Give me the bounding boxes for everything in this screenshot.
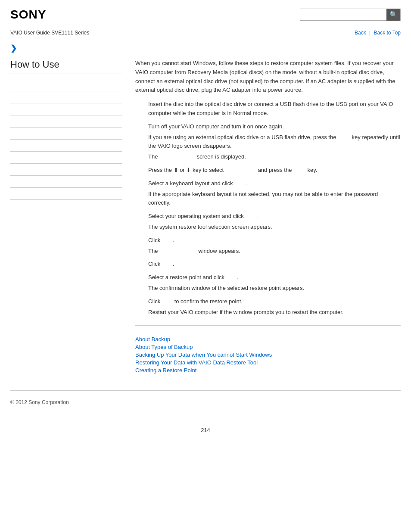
step-6-text2: The window appears.	[148, 247, 401, 256]
step-1: Insert the disc into the optical disc dr…	[148, 100, 401, 118]
step-9-text2: Restart your VAIO computer if the window…	[148, 308, 401, 317]
step-7-text: Click .	[148, 260, 401, 269]
step-8-text2: The confirmation window of the selected …	[148, 284, 401, 293]
search-box: 🔍	[300, 9, 401, 21]
step-4: Select a keyboard layout and click . If …	[148, 179, 401, 208]
sidebar-title: How to Use	[10, 59, 122, 74]
main-content: When you cannot start Windows, follow th…	[131, 55, 401, 382]
sidebar-item[interactable]	[10, 188, 122, 200]
step-8: Select a restore point and click . The c…	[148, 273, 401, 293]
related-links: About Backup About Types of Backup Backi…	[135, 334, 401, 382]
step-3-text: Press the ⬆ or ⬇ key to select and press…	[148, 166, 401, 175]
step-5-text: Select your operating system and click .	[148, 212, 401, 221]
search-input[interactable]	[300, 12, 386, 18]
sidebar-item[interactable]	[10, 103, 122, 115]
breadcrumb-row: ❯	[0, 39, 411, 55]
step-7: Click .	[148, 260, 401, 269]
page-header: SONY 🔍	[0, 0, 411, 26]
section-divider	[135, 325, 401, 326]
sidebar-item[interactable]	[10, 140, 122, 152]
step-2-text3: The screen is displayed.	[148, 152, 401, 162]
guide-title: VAIO User Guide SVE1111 Series	[10, 30, 89, 36]
search-icon: 🔍	[389, 11, 398, 19]
related-link-types-of-backup[interactable]: About Types of Backup	[135, 344, 401, 350]
step-5-text2: The system restore tool selection screen…	[148, 223, 401, 232]
sidebar-item[interactable]	[10, 79, 122, 91]
step-2-text: Turn off your VAIO computer and turn it …	[148, 122, 401, 131]
page-number: 214	[0, 418, 411, 438]
sidebar-item[interactable]	[10, 164, 122, 176]
footer-divider	[10, 390, 401, 391]
step-2-text2: If you are using an external optical dis…	[148, 133, 401, 151]
main-layout: How to Use When you cannot start Windows…	[0, 55, 411, 382]
step-3: Press the ⬆ or ⬇ key to select and press…	[148, 166, 401, 175]
sub-header: VAIO User Guide SVE1111 Series Back | Ba…	[0, 26, 411, 39]
related-link-restoring[interactable]: Restoring Your Data with VAIO Data Resto…	[135, 359, 401, 366]
step-6: Click . The window appears.	[148, 236, 401, 256]
step-6-text: Click .	[148, 236, 401, 245]
sidebar: How to Use	[10, 55, 131, 382]
related-link-backing-up[interactable]: Backing Up Your Data when You cannot Sta…	[135, 352, 401, 358]
sony-logo: SONY	[10, 8, 46, 22]
sidebar-item[interactable]	[10, 128, 122, 140]
step-8-text: Select a restore point and click .	[148, 273, 401, 282]
step-5: Select your operating system and click .…	[148, 212, 401, 232]
step-4-text: Select a keyboard layout and click .	[148, 179, 401, 188]
step-4-text2: If the appropriate keyboard layout is no…	[148, 190, 401, 208]
nav-links: Back | Back to Top	[355, 30, 401, 36]
chevron-icon[interactable]: ❯	[10, 44, 17, 53]
separator: |	[369, 30, 371, 36]
back-to-top-link[interactable]: Back to Top	[374, 30, 401, 36]
step-2: Turn off your VAIO computer and turn it …	[148, 122, 401, 162]
search-button[interactable]: 🔍	[386, 9, 400, 21]
sidebar-item[interactable]	[10, 152, 122, 164]
intro-paragraph: When you cannot start Windows, follow th…	[135, 59, 401, 95]
related-link-about-backup[interactable]: About Backup	[135, 336, 401, 342]
related-link-restore-point[interactable]: Creating a Restore Point	[135, 367, 401, 373]
sidebar-item[interactable]	[10, 91, 122, 103]
step-9-text: Click to confirm the restore point.	[148, 297, 401, 306]
back-link[interactable]: Back	[355, 30, 366, 36]
copyright-text: © 2012 Sony Corporation	[10, 399, 69, 405]
sidebar-item[interactable]	[10, 176, 122, 188]
step-9: Click to confirm the restore point. Rest…	[148, 297, 401, 317]
step-1-text: Insert the disc into the optical disc dr…	[148, 100, 401, 118]
footer: © 2012 Sony Corporation	[0, 395, 411, 418]
sidebar-item[interactable]	[10, 115, 122, 128]
